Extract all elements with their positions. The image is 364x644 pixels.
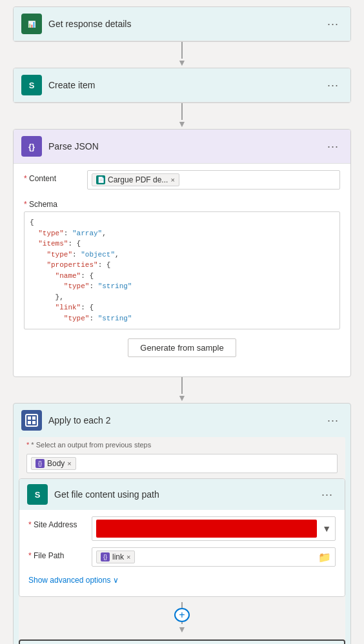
content-label: * Content bbox=[24, 170, 82, 183]
schema-field-row: * Schema { "type": "array", "items": { "… bbox=[24, 196, 340, 364]
get-file-card: S Get file content using path ··· * Site… bbox=[19, 478, 345, 597]
connector-3: ▼ bbox=[177, 377, 187, 403]
get-file-site-input[interactable]: ▼ bbox=[92, 516, 336, 541]
body-tag: {} Body × bbox=[31, 457, 76, 470]
content-input[interactable]: 📄 Cargue PDF de... × bbox=[87, 170, 340, 190]
get-response-icon: 📊 bbox=[21, 14, 42, 34]
connector-1: ▼ bbox=[177, 42, 187, 68]
parse-json-title: Parse JSON bbox=[48, 141, 317, 151]
connector-line-2 bbox=[181, 103, 183, 120]
file-path-tag: {} link × bbox=[96, 551, 135, 563]
body-tag-icon: {} bbox=[35, 459, 45, 468]
get-file-path-input[interactable]: {} link × 📁 bbox=[92, 547, 336, 567]
connector-line-3 bbox=[181, 377, 183, 394]
connector-2: ▼ bbox=[177, 103, 187, 129]
get-file-header: S Get file content using path ··· bbox=[19, 479, 345, 510]
create-item-title: Create item bbox=[48, 80, 317, 90]
arrow-2: ▼ bbox=[177, 119, 187, 129]
content-tag: 📄 Cargue PDF de... × bbox=[92, 173, 179, 186]
get-file-body: * Site Address ▼ * File Path {} link bbox=[19, 510, 345, 596]
get-response-title: Get response details bbox=[48, 19, 317, 29]
file-path-tag-icon: {} bbox=[101, 552, 110, 561]
body-input[interactable]: {} Body × bbox=[26, 454, 338, 473]
apply-each-icon bbox=[21, 410, 42, 431]
create-item-menu-btn[interactable]: ··· bbox=[323, 77, 343, 93]
get-file-menu-btn[interactable]: ··· bbox=[318, 487, 337, 503]
content-tag-close[interactable]: × bbox=[170, 176, 174, 184]
svg-rect-6 bbox=[32, 421, 35, 424]
file-path-tag-text: link bbox=[112, 552, 124, 561]
show-advanced-btn[interactable]: Show advanced options ∨ bbox=[28, 573, 119, 590]
get-file-site-dropdown[interactable]: ▼ bbox=[322, 523, 331, 534]
get-file-title: Get file content using path bbox=[54, 489, 311, 500]
get-file-path-row: * File Path {} link × 📁 bbox=[28, 547, 336, 567]
apply-each-card: Apply to each 2 ··· * * Select an output… bbox=[13, 403, 351, 644]
add-step-btn[interactable]: + bbox=[174, 608, 190, 622]
svg-rect-4 bbox=[32, 416, 35, 420]
content-field-row: * Content 📄 Cargue PDF de... × bbox=[24, 170, 340, 190]
get-file-path-label: * File Path bbox=[28, 547, 86, 560]
content-tag-icon: 📄 bbox=[96, 175, 105, 184]
arrow-1: ▼ bbox=[177, 57, 187, 68]
get-file-icon: S bbox=[27, 484, 48, 505]
body-tag-text: Body bbox=[47, 459, 65, 468]
get-file-site-label: * Site Address bbox=[28, 516, 86, 529]
svg-rect-5 bbox=[28, 421, 31, 424]
apply-each-header: Apply to each 2 ··· bbox=[14, 404, 350, 437]
file-path-tag-close[interactable]: × bbox=[126, 553, 130, 561]
flow-container: 📊 Get response details ··· ▼ S Create it… bbox=[0, 0, 364, 644]
create-item-card: S Create item ··· bbox=[13, 68, 351, 103]
parse-json-body: * Content 📄 Cargue PDF de... × * Schema … bbox=[14, 164, 350, 376]
parse-json-header: {} Parse JSON ··· bbox=[14, 130, 350, 164]
get-response-menu-btn[interactable]: ··· bbox=[323, 16, 343, 32]
body-tag-row: {} Body × bbox=[19, 451, 345, 478]
get-response-card: 📊 Get response details ··· bbox=[13, 6, 351, 42]
apply-each-menu-btn[interactable]: ··· bbox=[323, 413, 343, 429]
get-file-site-row: * Site Address ▼ bbox=[28, 516, 336, 541]
generate-from-sample-btn[interactable]: Generate from sample bbox=[128, 338, 236, 357]
parse-json-card: {} Parse JSON ··· * Content 📄 Cargue PDF… bbox=[13, 129, 351, 377]
apply-each-title: Apply to each 2 bbox=[48, 415, 317, 425]
svg-text:📊: 📊 bbox=[28, 20, 36, 28]
chevron-down-icon: ∨ bbox=[113, 576, 119, 585]
add-attachment-card: S Add attachment i ··· * Site Address ✓▼ bbox=[19, 639, 345, 644]
body-tag-close[interactable]: × bbox=[67, 460, 71, 467]
select-output-label: * * Select an output from previous steps bbox=[19, 437, 345, 451]
connector-line-1 bbox=[181, 42, 183, 59]
create-item-icon: S bbox=[21, 75, 42, 95]
get-response-header: 📊 Get response details ··· bbox=[14, 7, 350, 41]
svg-rect-2 bbox=[26, 415, 37, 426]
arrow-3: ▼ bbox=[177, 393, 187, 403]
create-item-header: S Create item ··· bbox=[14, 68, 350, 102]
get-file-site-redacted bbox=[96, 520, 317, 538]
folder-icon[interactable]: 📁 bbox=[318, 551, 331, 563]
schema-editor[interactable]: { "type": "array", "items": { "type": "o… bbox=[24, 211, 340, 329]
loop-body: * * Select an output from previous steps… bbox=[19, 437, 345, 644]
content-tag-text: Cargue PDF de... bbox=[108, 175, 168, 184]
parse-json-icon: {} bbox=[21, 136, 42, 157]
add-attachment-header: S Add attachment i ··· bbox=[20, 641, 344, 644]
svg-rect-3 bbox=[28, 416, 31, 420]
schema-label: * Schema bbox=[24, 196, 82, 209]
parse-json-menu-btn[interactable]: ··· bbox=[323, 139, 343, 155]
